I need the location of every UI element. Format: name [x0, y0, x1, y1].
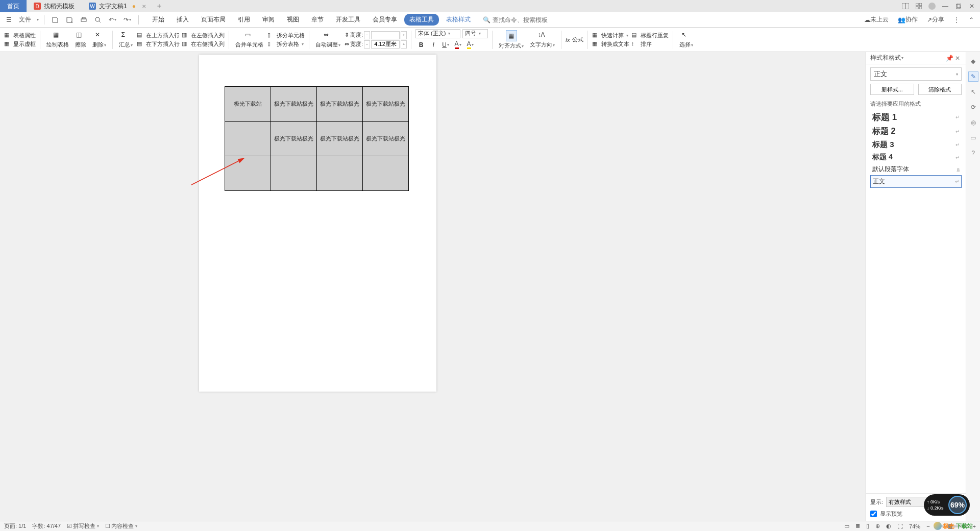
separator — [44, 15, 44, 25]
cloud-button[interactable]: ☁ 未上云 — [862, 14, 891, 25]
height-field: ⇕高度:−+ — [345, 31, 407, 39]
draw-table-button[interactable]: ▦绘制表格 — [44, 31, 71, 49]
menu-insert[interactable]: 插入 — [172, 13, 194, 26]
menu-review[interactable]: 审阅 — [257, 13, 280, 26]
svg-rect-12 — [957, 4, 961, 8]
hamburger-icon[interactable]: ☰ — [4, 15, 14, 25]
titlebar: 首页 D 找稻壳模板 W 文字文稿1 ● ✕ ＋ — ✕ — [0, 0, 980, 12]
italic-button[interactable]: I — [428, 39, 439, 51]
summary-button[interactable]: Σ汇总▾ — [117, 31, 135, 49]
align-button[interactable]: ▦对齐方式▾ — [497, 30, 526, 50]
show-grid-button[interactable]: ▦显示虚框 — [4, 40, 36, 48]
menu-section[interactable]: 章节 — [306, 13, 329, 26]
tab-add-button[interactable]: ＋ — [153, 2, 165, 11]
svg-line-16 — [99, 21, 101, 22]
undo-button[interactable]: ↶▾ — [107, 15, 118, 25]
svg-rect-11 — [956, 5, 960, 9]
width-input[interactable] — [371, 40, 400, 49]
minimize-button[interactable]: — — [941, 2, 949, 10]
unsaved-dot-icon: ● — [132, 3, 136, 10]
autofit-button[interactable]: ⇔自动调整▾ — [313, 31, 342, 49]
ribbon: ▦表格属性 ▦显示虚框 ▦绘制表格 ◫擦除 ✕删除▾ Σ汇总▾ ▤在上方插入行 … — [0, 28, 980, 52]
svg-point-15 — [95, 17, 100, 21]
search-icon: 🔍 — [483, 16, 491, 23]
menu-start[interactable]: 开始 — [147, 13, 169, 26]
height-inc[interactable]: + — [401, 31, 407, 39]
save-icon[interactable] — [50, 15, 61, 25]
tab-doc-label: 文字文稿1 — [99, 2, 127, 11]
grid-icon[interactable] — [915, 2, 923, 10]
menu-ref[interactable]: 引用 — [233, 13, 255, 26]
preview-icon[interactable] — [92, 15, 104, 25]
insert-above-button[interactable]: ▤在上方插入行 — [137, 32, 180, 39]
font-size-combo[interactable]: 四号▾ — [462, 29, 488, 38]
menubar: ☰ 文件▾ ↶▾ ↷▾ 开始 插入 页面布局 引用 审阅 视图 章节 开发工具 … — [0, 12, 980, 28]
search-box[interactable]: 🔍 — [483, 16, 569, 23]
insert-right-button[interactable]: ▥在右侧插入列 — [182, 40, 225, 48]
to-text-button[interactable]: ▦转换成文本 — [592, 40, 629, 48]
tab-template-label: 找稻壳模板 — [44, 2, 75, 11]
textdir-button[interactable]: ↕A文字方向▾ — [528, 31, 557, 49]
more-icon[interactable]: ⋮ — [951, 15, 962, 25]
template-icon: D — [34, 3, 41, 10]
close-button[interactable]: ✕ — [968, 2, 976, 10]
svg-rect-6 — [916, 3, 918, 6]
font-color-button[interactable]: A▾ — [452, 39, 463, 51]
sort-button[interactable]: ↕排序 — [631, 40, 669, 48]
avatar-icon[interactable] — [928, 2, 936, 10]
svg-text:D: D — [35, 4, 39, 9]
split-cell-button[interactable]: ▯拆分单元格 — [267, 32, 305, 39]
repeat-header-button[interactable]: ▤标题行重复 — [631, 32, 669, 39]
maximize-button[interactable] — [954, 2, 963, 10]
insert-left-button[interactable]: ▥在左侧插入列 — [182, 32, 225, 39]
formula-button[interactable]: fx 公式 — [566, 36, 583, 43]
tab-close-icon[interactable]: ✕ — [142, 4, 146, 9]
separator — [138, 15, 139, 25]
search-input[interactable] — [493, 16, 569, 23]
menu-view[interactable]: 视图 — [282, 13, 304, 26]
print-icon[interactable] — [78, 15, 89, 25]
font-combo[interactable]: 宋体 (正文)▾ — [415, 29, 460, 38]
redo-button[interactable]: ↷▾ — [121, 15, 133, 25]
table-props-button[interactable]: ▦表格属性 — [4, 32, 36, 39]
width-field: ⇔宽度:−+ — [345, 40, 407, 49]
height-dec[interactable]: − — [364, 31, 370, 39]
svg-rect-8 — [916, 7, 918, 9]
tab-doc[interactable]: W 文字文稿1 ● ✕ — [82, 0, 153, 12]
file-menu[interactable]: 文件 — [17, 14, 33, 25]
bold-button[interactable]: B — [415, 39, 427, 51]
layout1-icon[interactable] — [901, 2, 910, 10]
quick-calc-button[interactable]: ▦快速计算▾ — [592, 32, 629, 39]
menu-layout[interactable]: 页面布局 — [196, 13, 231, 26]
insert-below-button[interactable]: ▤在下方插入行 — [137, 40, 180, 48]
menu-table-style[interactable]: 表格样式 — [441, 13, 476, 26]
tab-home-label: 首页 — [7, 2, 19, 11]
svg-rect-7 — [919, 3, 922, 6]
svg-rect-14 — [82, 17, 85, 19]
collab-button[interactable]: 👥 协作 — [896, 14, 920, 25]
menu-dev[interactable]: 开发工具 — [331, 13, 365, 26]
width-inc[interactable]: + — [401, 40, 407, 49]
width-dec[interactable]: − — [364, 40, 370, 49]
merge-cells-button[interactable]: ▭合并单元格 — [233, 31, 265, 49]
tab-home[interactable]: 首页 — [0, 0, 27, 12]
split-table-button[interactable]: ▯拆分表格▾ — [267, 40, 305, 48]
height-input[interactable] — [371, 31, 400, 39]
menu-vip[interactable]: 会员专享 — [368, 13, 402, 26]
share-button[interactable]: ↗ 分享 — [925, 14, 946, 25]
svg-text:W: W — [90, 4, 95, 9]
doc-icon: W — [89, 3, 96, 10]
select-button[interactable]: ↖选择▾ — [677, 31, 695, 49]
delete-button[interactable]: ✕删除▾ — [90, 31, 108, 49]
underline-button[interactable]: U▾ — [440, 39, 451, 51]
align-icon: ▦ — [506, 30, 517, 41]
highlight-button[interactable]: A▾ — [464, 39, 476, 51]
collapse-ribbon-icon[interactable]: ⌃ — [967, 15, 976, 25]
eraser-button[interactable]: ◫擦除 — [73, 31, 88, 49]
svg-point-10 — [928, 3, 936, 10]
svg-rect-9 — [919, 7, 922, 9]
saveas-icon[interactable] — [64, 15, 75, 25]
svg-rect-13 — [81, 19, 86, 21]
tab-template[interactable]: D 找稻壳模板 — [27, 0, 82, 12]
menu-table-tools[interactable]: 表格工具 — [404, 14, 439, 26]
